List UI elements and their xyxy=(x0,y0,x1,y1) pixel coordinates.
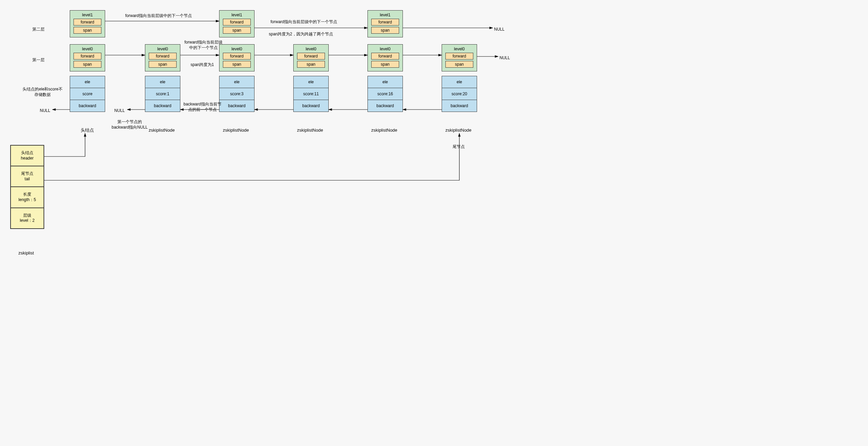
n3-level0: level0 forward span xyxy=(293,44,329,71)
forward-box: forward xyxy=(73,53,101,60)
annot-first-bwd: 第一个节点的 backward指向NULL xyxy=(111,119,148,130)
n3-data: ele score:11 backward xyxy=(293,76,329,112)
n1-data: ele score:1 backward xyxy=(145,76,180,112)
zskiplist-header: 头结点 header xyxy=(10,145,44,166)
null-l0-end: NULL xyxy=(499,55,510,61)
zskiplist-length: 长度 length：5 xyxy=(10,186,44,208)
zskiplist-tail: 尾节点 tail xyxy=(10,166,44,187)
layer-2-label: 第二层 xyxy=(32,27,45,32)
n2-level0: level0 forward span xyxy=(219,44,255,71)
n1-level0: level0 forward span xyxy=(145,44,180,71)
annot-span2: span跨度为2，因为跨越了两个节点 xyxy=(269,31,333,37)
n5-data: ele score:20 backward xyxy=(442,76,477,112)
annot-tail: 尾节点 xyxy=(453,144,465,149)
forward-box: forward xyxy=(73,19,101,26)
connectors xyxy=(0,0,531,272)
n4-level0: level0 forward span xyxy=(367,44,403,71)
level1-title: level1 xyxy=(71,13,103,17)
null-n1-bwd: NULL xyxy=(114,108,125,113)
annot-bwd-note: backward指向当前节 点的前一个节点 xyxy=(182,101,223,112)
n3-label: zskiplistNode xyxy=(297,127,323,133)
null-head-bwd: NULL xyxy=(40,108,50,113)
annot-fwd-l1-a: forward指向当前层级中的下一个节点 xyxy=(125,13,192,18)
span-box: span xyxy=(73,61,101,68)
span-box: span xyxy=(73,27,101,34)
zskiplist-label: zskiplist xyxy=(18,250,34,256)
n5-label: zskiplistNode xyxy=(445,127,472,133)
level0-title: level0 xyxy=(71,47,103,51)
annot-span1: span跨度为1 xyxy=(191,62,214,67)
null-l1-end: NULL xyxy=(494,27,505,32)
head-level1: level1 forward span xyxy=(70,10,105,37)
n2-level1: level1 forward span xyxy=(219,10,255,37)
n2-data: ele score:3 backward xyxy=(219,76,255,112)
head-label: 头结点 xyxy=(81,127,94,133)
n1-label: zskiplistNode xyxy=(149,127,175,133)
head-data: ele score backward xyxy=(70,76,105,112)
n4-data: ele score:16 backward xyxy=(367,76,403,112)
annot-fwd-l1-b: forward指向当前层级中的下一个节点 xyxy=(271,19,337,24)
n4-label: zskiplistNode xyxy=(371,127,397,133)
n5-level0: level0 forward span xyxy=(442,44,477,71)
zskiplist-struct: 头结点 header 尾节点 tail 长度 length：5 层级 level… xyxy=(10,145,44,229)
n2-label: zskiplistNode xyxy=(223,127,249,133)
annot-head-note: 头结点的ele和score不 存储数据 xyxy=(19,86,66,97)
layer-1-label: 第一层 xyxy=(32,57,45,63)
head-level0: level0 forward span xyxy=(70,44,105,71)
zskiplist-level: 层级 level：2 xyxy=(10,208,44,229)
annot-fwd-l0: forward指向当前层级 中的下一个节点 xyxy=(183,39,224,50)
n4-level1: level1 forward span xyxy=(367,10,403,37)
